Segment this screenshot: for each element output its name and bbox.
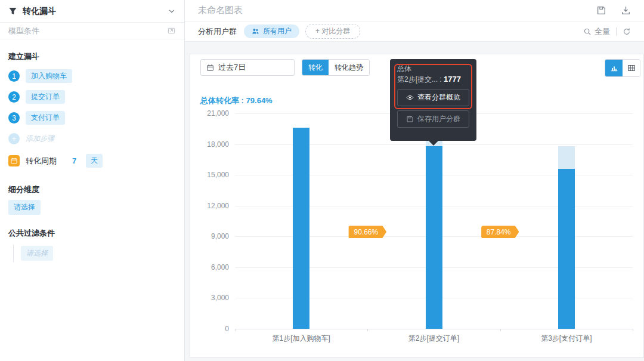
chart-tooltip: 总体 第2步[提交... : 1777 查看分群概览 保存用户分群: [390, 59, 476, 141]
sidebar: 转化漏斗 模型条件 建立漏斗 1加入购物车2提交订单3支付订单 + 添加步骤 转…: [0, 0, 185, 361]
users-icon: [252, 27, 259, 35]
table-toggle[interactable]: [623, 60, 640, 76]
date-range-picker[interactable]: 过去7日: [200, 59, 295, 76]
dimension-select-button[interactable]: 请选择: [8, 200, 41, 215]
all-users-pill[interactable]: 所有用户: [244, 24, 299, 38]
tab-conversion[interactable]: 转化: [302, 60, 329, 75]
funnel-bar[interactable]: [426, 146, 442, 329]
step-number-badge: 2: [8, 91, 20, 103]
save-user-segment-button[interactable]: 保存用户分群: [397, 110, 469, 128]
conversion-rate-badge: 90.66%: [348, 226, 386, 238]
model-condition-row: 模型条件: [0, 23, 184, 39]
filter-select-button[interactable]: 请选择: [21, 246, 53, 261]
x-axis-category-label: 第2步[提交订单]: [408, 334, 459, 344]
funnel-step-row: 1加入购物车: [0, 66, 184, 87]
plus-icon: +: [8, 133, 20, 144]
conversion-period-value[interactable]: 7: [72, 156, 76, 165]
toolbar: 分析用户群 所有用户 + 对比分群 全量: [185, 21, 644, 42]
compare-group-button[interactable]: + 对比分群: [305, 24, 360, 39]
gridline: [235, 329, 633, 329]
collapse-panel-icon[interactable]: [167, 26, 176, 35]
overall-conversion-rate: 总体转化率 : 79.64%: [200, 95, 273, 106]
conversion-period-label: 转化周期: [26, 156, 57, 166]
chart-title[interactable]: 未命名图表: [198, 5, 582, 16]
conversion-period-unit[interactable]: 天: [86, 154, 103, 168]
content-area: 过去7日 转化 转化趋势 总体转化率 : 79.64%: [185, 42, 644, 361]
tooltip-metric-value: 1777: [444, 75, 461, 84]
app-root: 转化漏斗 模型条件 建立漏斗 1加入购物车2提交订单3支付订单 + 添加步骤 转…: [0, 0, 644, 361]
chevron-down-icon[interactable]: [168, 7, 176, 16]
y-axis-tick-label: 3,000: [211, 294, 229, 302]
funnel-step-row: 2提交订单: [0, 87, 184, 107]
conversion-period-row: 转化周期 7 天: [0, 149, 184, 172]
view-mode-tabs: 转化 转化趋势: [302, 59, 370, 76]
search-icon[interactable]: [583, 27, 592, 36]
sidebar-header: 转化漏斗: [0, 0, 184, 23]
eye-icon: [406, 94, 414, 101]
conversion-rate-badge: 87.84%: [481, 226, 519, 238]
chart-card: 过去7日 转化 转化趋势 总体转化率 : 79.64%: [190, 54, 644, 358]
funnel-step-row: 3支付订单: [0, 107, 184, 128]
y-axis-tick-label: 6,000: [211, 263, 229, 271]
save-small-icon: [406, 115, 414, 123]
y-axis-tick-label: 21,000: [207, 109, 229, 118]
date-range-value: 过去7日: [218, 62, 246, 73]
table-icon: [627, 64, 636, 72]
view-segment-overview-button[interactable]: 查看分群概览: [397, 89, 469, 106]
step-event-pill[interactable]: 支付订单: [26, 111, 65, 125]
toolbar-right: 全量: [583, 26, 631, 37]
tooltip-metric: 第2步[提交... : 1777: [397, 74, 469, 85]
chart-type-toggles: [605, 59, 640, 77]
step-number-badge: 3: [8, 112, 20, 124]
add-step-label: 添加步骤: [26, 132, 54, 146]
main-panel: 未命名图表 分析用户群 所有用户 + 对比分群 全量 过去7日: [185, 0, 644, 361]
main-header: 未命名图表: [185, 0, 644, 21]
x-axis-tick: [235, 329, 236, 331]
tooltip-title: 总体: [397, 64, 469, 74]
common-filter-group: 请选择: [13, 245, 176, 262]
dimension-title: 细分维度: [0, 172, 184, 199]
download-icon[interactable]: [621, 5, 631, 16]
funnel-steps-list: 1加入购物车2提交订单3支付订单: [0, 66, 184, 128]
x-axis-category-label: 第3步[支付订单]: [541, 334, 592, 344]
model-condition-label: 模型条件: [8, 26, 167, 36]
common-filter-title: 公共过滤条件: [0, 216, 184, 242]
all-users-label: 所有用户: [263, 26, 292, 36]
bar-chart-icon: [610, 64, 618, 72]
step-number-badge: 1: [8, 70, 20, 82]
build-funnel-title: 建立漏斗: [0, 39, 184, 66]
sampling-label[interactable]: 全量: [595, 26, 610, 37]
analyze-group-label: 分析用户群: [198, 26, 237, 37]
x-axis-category-label: 第1步[加入购物车]: [272, 334, 330, 344]
funnel-bar[interactable]: [558, 169, 575, 329]
x-axis-tick: [633, 329, 633, 331]
calendar-icon: [206, 64, 214, 72]
tab-conversion-trend[interactable]: 转化趋势: [329, 60, 369, 75]
y-axis-tick-label: 18,000: [207, 140, 229, 149]
add-step-button[interactable]: + 添加步骤: [0, 128, 184, 149]
y-axis-tick-label: 15,000: [207, 171, 229, 179]
x-axis-tick: [367, 329, 368, 331]
model-title: 转化漏斗: [23, 6, 168, 17]
divider: [616, 27, 617, 36]
refresh-icon[interactable]: [623, 27, 631, 36]
y-axis-tick-label: 12,000: [207, 202, 229, 210]
y-axis-tick-label: 9,000: [211, 232, 229, 240]
bar-chart-toggle[interactable]: [605, 60, 623, 76]
funnel-icon: [8, 7, 17, 16]
y-axis-tick-label: 0: [225, 325, 229, 333]
save-icon[interactable]: [596, 5, 606, 16]
calendar-period-icon: [8, 155, 20, 166]
step-event-pill[interactable]: 提交订单: [26, 90, 65, 104]
step-event-pill[interactable]: 加入购物车: [26, 69, 72, 83]
x-axis-tick: [500, 329, 501, 331]
funnel-bar[interactable]: [293, 128, 309, 329]
